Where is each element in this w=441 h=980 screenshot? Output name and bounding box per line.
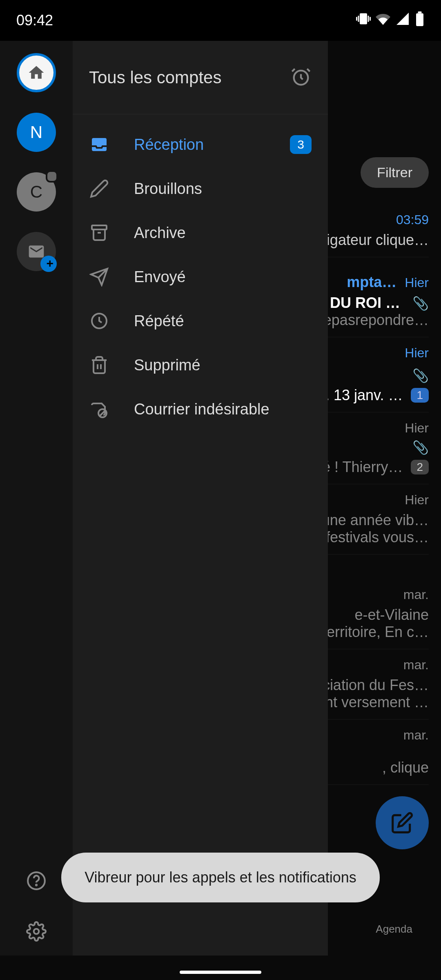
trash-icon bbox=[89, 355, 109, 375]
folder-trash[interactable]: Supprimé bbox=[73, 343, 328, 387]
svg-rect-6 bbox=[92, 138, 107, 151]
status-icons bbox=[356, 11, 425, 30]
account-rail: N C + bbox=[0, 41, 73, 956]
email-preview: . 13 janv. … bbox=[325, 387, 403, 404]
nav-indicator bbox=[180, 971, 261, 974]
folder-archive[interactable]: Archive bbox=[73, 211, 328, 255]
folder-sent[interactable]: Envoyé bbox=[73, 255, 328, 299]
email-subject: mpta… bbox=[347, 274, 396, 291]
navigation-drawer: N C + Tous les comptes bbox=[0, 41, 328, 956]
status-bar: 09:42 bbox=[0, 0, 441, 41]
toast-notification: Vibreur pour les appels et les notificat… bbox=[61, 853, 380, 902]
attachment-icon: 📎 bbox=[412, 368, 429, 383]
folder-label: Supprimé bbox=[134, 356, 312, 374]
account-c[interactable]: C bbox=[17, 172, 56, 212]
settings-button[interactable] bbox=[26, 921, 47, 943]
status-time: 09:42 bbox=[16, 12, 53, 29]
add-account[interactable]: + bbox=[17, 232, 56, 271]
folder-badge: 3 bbox=[290, 135, 312, 154]
filter-button[interactable]: Filtrer bbox=[361, 157, 429, 188]
folder-inbox[interactable]: Réception 3 bbox=[73, 122, 328, 167]
email-subject2: L DU ROI … bbox=[317, 294, 400, 312]
spam-icon bbox=[89, 399, 109, 419]
help-button[interactable] bbox=[26, 871, 47, 893]
email-preview: é ! Thierry… bbox=[322, 459, 403, 476]
inbox-icon bbox=[89, 135, 109, 154]
email-time: Hier bbox=[405, 345, 429, 361]
sent-icon bbox=[89, 267, 109, 287]
svg-rect-1 bbox=[418, 11, 422, 13]
svg-point-3 bbox=[36, 884, 37, 885]
clock-icon bbox=[89, 311, 109, 331]
folder-label: Envoyé bbox=[134, 268, 312, 286]
account-n[interactable]: N bbox=[17, 113, 56, 152]
folder-label: Répété bbox=[134, 312, 312, 330]
battery-icon bbox=[415, 11, 425, 30]
attachment-icon: 📎 bbox=[412, 440, 429, 455]
count-badge: 2 bbox=[411, 460, 429, 474]
attachment-icon: 📎 bbox=[412, 296, 429, 311]
nav-agenda[interactable]: Agenda bbox=[376, 923, 412, 947]
folder-label: Brouillons bbox=[134, 180, 312, 198]
vibrate-icon bbox=[356, 11, 371, 30]
compose-button[interactable] bbox=[376, 796, 429, 849]
svg-rect-7 bbox=[92, 225, 107, 229]
wifi-icon bbox=[376, 11, 390, 30]
plus-icon: + bbox=[46, 256, 53, 270]
home-account[interactable] bbox=[17, 53, 56, 92]
drawer-content: Tous les comptes Réception 3 Brouillons bbox=[73, 41, 328, 956]
drawer-title: Tous les comptes bbox=[89, 68, 221, 87]
svg-rect-0 bbox=[416, 13, 423, 26]
folder-drafts[interactable]: Brouillons bbox=[73, 167, 328, 211]
signal-icon bbox=[395, 11, 410, 30]
folder-spam[interactable]: Courrier indésirable bbox=[73, 387, 328, 431]
folder-snoozed[interactable]: Répété bbox=[73, 299, 328, 343]
folder-label: Archive bbox=[134, 224, 312, 242]
email-time: Hier bbox=[405, 275, 429, 290]
svg-point-4 bbox=[34, 929, 39, 934]
snooze-icon[interactable] bbox=[290, 66, 312, 89]
draft-icon bbox=[89, 179, 109, 198]
drawer-header: Tous les comptes bbox=[73, 41, 328, 114]
folder-label: Réception bbox=[134, 136, 265, 154]
folder-list: Réception 3 Brouillons Archive Envoyé bbox=[73, 114, 328, 956]
count-badge: 1 bbox=[411, 388, 429, 403]
folder-label: Courrier indésirable bbox=[134, 401, 312, 418]
archive-icon bbox=[89, 223, 109, 243]
